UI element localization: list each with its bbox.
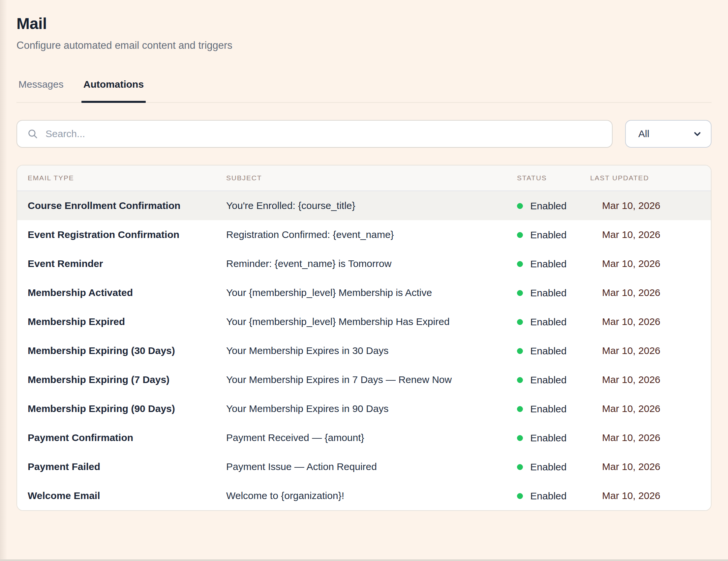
status-cell: Enabled: [517, 423, 590, 452]
email-type-cell: Membership Expiring (30 Days): [17, 336, 226, 365]
filter-dropdown[interactable]: All: [625, 120, 712, 148]
status-label: Enabled: [530, 230, 566, 240]
last-updated-cell: Mar 10, 2026: [590, 394, 711, 423]
table-row[interactable]: Membership Expired Your {membership_leve…: [17, 307, 711, 336]
table-row[interactable]: Course Enrollment Confirmation You're En…: [17, 191, 711, 220]
email-type-cell: Membership Expiring (7 Days): [17, 365, 226, 394]
table-row[interactable]: Welcome Email Welcome to {organization}!…: [17, 481, 711, 510]
table-header-row: EMAIL TYPE SUBJECT STATUS LAST UPDATED: [17, 166, 711, 191]
mail-settings-page: Mail Configure automated email content a…: [0, 0, 728, 511]
status-dot-icon: [517, 348, 523, 354]
subject-cell: You're Enrolled: {course_title}: [226, 191, 517, 220]
automations-table: EMAIL TYPE SUBJECT STATUS LAST UPDATED C…: [17, 166, 711, 510]
table-row[interactable]: Event Registration Confirmation Registra…: [17, 220, 711, 249]
toolbar: All: [16, 120, 712, 148]
table-body: Course Enrollment Confirmation You're En…: [17, 191, 711, 510]
email-type-cell: Payment Confirmation: [17, 423, 226, 452]
status-dot-icon: [517, 377, 523, 383]
subject-cell: Registration Confirmed: {event_name}: [226, 220, 517, 249]
status-dot-icon: [517, 493, 523, 499]
subject-cell: Your Membership Expires in 30 Days: [226, 336, 517, 365]
status-label: Enabled: [530, 316, 566, 327]
page-title: Mail: [16, 15, 712, 33]
status-cell: Enabled: [517, 191, 590, 220]
last-updated-cell: Mar 10, 2026: [590, 423, 711, 452]
subject-cell: Your {membership_level} Membership Has E…: [226, 307, 517, 336]
status-dot-icon: [517, 435, 523, 441]
last-updated-cell: Mar 10, 2026: [590, 249, 711, 278]
subject-cell: Reminder: {event_name} is Tomorrow: [226, 249, 517, 278]
status-label: Enabled: [530, 201, 566, 211]
last-updated-cell: Mar 10, 2026: [590, 191, 711, 220]
search-icon: [27, 128, 38, 140]
status-dot-icon: [517, 290, 523, 296]
last-updated-cell: Mar 10, 2026: [590, 336, 711, 365]
search-input[interactable]: [45, 128, 602, 140]
status-cell: Enabled: [517, 394, 590, 423]
last-updated-cell: Mar 10, 2026: [590, 307, 711, 336]
email-type-cell: Membership Activated: [17, 278, 226, 307]
status-dot-icon: [517, 232, 523, 238]
chevron-down-icon: [692, 129, 702, 139]
status-label: Enabled: [530, 287, 566, 298]
column-header-status: STATUS: [517, 166, 590, 191]
tab-messages[interactable]: Messages: [16, 78, 66, 102]
bottom-edge-strip: [0, 559, 728, 561]
column-header-subject: SUBJECT: [226, 166, 517, 191]
status-label: Enabled: [530, 345, 566, 356]
status-dot-icon: [517, 261, 523, 267]
filter-value: All: [638, 128, 649, 140]
email-type-cell: Welcome Email: [17, 481, 226, 510]
status-cell: Enabled: [517, 220, 590, 249]
subject-cell: Welcome to {organization}!: [226, 481, 517, 510]
column-header-last-updated: LAST UPDATED: [590, 166, 711, 191]
status-cell: Enabled: [517, 278, 590, 307]
search-box[interactable]: [16, 120, 613, 148]
subject-cell: Your Membership Expires in 7 Days — Rene…: [226, 365, 517, 394]
email-type-cell: Membership Expiring (90 Days): [17, 394, 226, 423]
status-label: Enabled: [530, 259, 566, 269]
last-updated-cell: Mar 10, 2026: [590, 481, 711, 510]
subject-cell: Payment Issue — Action Required: [226, 452, 517, 481]
subject-cell: Your Membership Expires in 90 Days: [226, 394, 517, 423]
last-updated-cell: Mar 10, 2026: [590, 365, 711, 394]
automations-table-card: EMAIL TYPE SUBJECT STATUS LAST UPDATED C…: [16, 165, 712, 511]
email-type-cell: Event Registration Confirmation: [17, 220, 226, 249]
last-updated-cell: Mar 10, 2026: [590, 278, 711, 307]
table-row[interactable]: Payment Confirmation Payment Received — …: [17, 423, 711, 452]
page-subtitle: Configure automated email content and tr…: [16, 39, 712, 52]
table-row[interactable]: Membership Expiring (30 Days) Your Membe…: [17, 336, 711, 365]
subject-cell: Payment Received — {amount}: [226, 423, 517, 452]
status-label: Enabled: [530, 374, 566, 385]
table-row[interactable]: Membership Expiring (7 Days) Your Member…: [17, 365, 711, 394]
status-dot-icon: [517, 406, 523, 412]
status-cell: Enabled: [517, 336, 590, 365]
status-label: Enabled: [530, 403, 566, 414]
email-type-cell: Event Reminder: [17, 249, 226, 278]
tab-bar: Messages Automations: [16, 78, 712, 103]
status-label: Enabled: [530, 461, 566, 472]
status-dot-icon: [517, 464, 523, 470]
subject-cell: Your {membership_level} Membership is Ac…: [226, 278, 517, 307]
email-type-cell: Payment Failed: [17, 452, 226, 481]
status-cell: Enabled: [517, 249, 590, 278]
column-header-email-type: EMAIL TYPE: [17, 166, 226, 191]
email-type-cell: Course Enrollment Confirmation: [17, 191, 226, 220]
table-row[interactable]: Membership Activated Your {membership_le…: [17, 278, 711, 307]
status-label: Enabled: [530, 490, 566, 501]
last-updated-cell: Mar 10, 2026: [590, 220, 711, 249]
status-cell: Enabled: [517, 452, 590, 481]
table-row[interactable]: Event Reminder Reminder: {event_name} is…: [17, 249, 711, 278]
status-dot-icon: [517, 319, 523, 325]
tab-automations[interactable]: Automations: [81, 78, 146, 102]
email-type-cell: Membership Expired: [17, 307, 226, 336]
status-label: Enabled: [530, 432, 566, 443]
status-cell: Enabled: [517, 481, 590, 510]
status-cell: Enabled: [517, 307, 590, 336]
status-cell: Enabled: [517, 365, 590, 394]
status-dot-icon: [517, 203, 523, 209]
table-row[interactable]: Payment Failed Payment Issue — Action Re…: [17, 452, 711, 481]
last-updated-cell: Mar 10, 2026: [590, 452, 711, 481]
table-row[interactable]: Membership Expiring (90 Days) Your Membe…: [17, 394, 711, 423]
